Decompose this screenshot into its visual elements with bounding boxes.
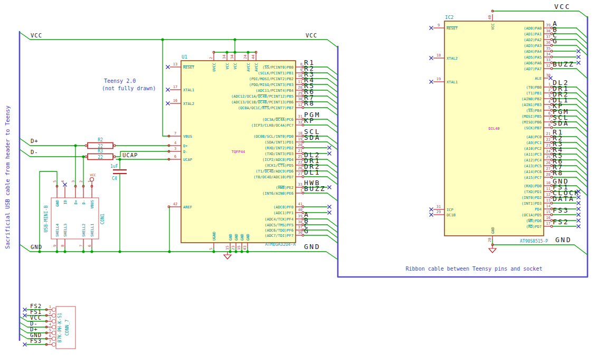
con1-reference: CON1 bbox=[100, 214, 105, 224]
pin-number: 31 bbox=[437, 205, 441, 209]
pin-number: 6 bbox=[174, 155, 176, 159]
pin-number: 10 bbox=[546, 181, 551, 185]
pin-name: SHELL4 bbox=[55, 224, 60, 237]
pin-name: GND bbox=[491, 227, 495, 234]
pin-number: 9 bbox=[53, 245, 57, 247]
pin-name: (OC1A)PD5 bbox=[522, 213, 542, 217]
pin-number: 29 bbox=[298, 91, 302, 95]
pin-number: 33 bbox=[298, 183, 302, 187]
vcc-symbol-label: VCC bbox=[90, 173, 96, 177]
pin-name: (A8)PC0 bbox=[526, 135, 542, 139]
pin-name: XTAL1 bbox=[447, 80, 458, 84]
ribbon-note: Ribbon cable between Teensy pins and soc… bbox=[406, 266, 543, 272]
net-label: FS2 bbox=[553, 218, 569, 226]
pin-number: 19 bbox=[298, 137, 302, 141]
pin-number: 37 bbox=[298, 225, 302, 229]
schematic-canvas: U1ATMEGA32U4-ATQFP4413RESET17XTAL116XTAL… bbox=[0, 0, 597, 364]
pin-name: (RXD/INT2)PD2 bbox=[264, 146, 293, 150]
pin-number: 4 bbox=[61, 180, 65, 183]
pin-name: GND bbox=[240, 234, 244, 241]
pin-number: 3 bbox=[548, 94, 551, 98]
pin-name: AVCC bbox=[254, 63, 259, 72]
pin-number: 7 bbox=[49, 340, 51, 344]
pin-number: 34 bbox=[230, 55, 234, 59]
pin-number: 4 bbox=[548, 100, 551, 104]
net-label: BUZZ bbox=[553, 60, 574, 68]
net-label: VCC bbox=[554, 3, 571, 11]
pin-name: GND bbox=[229, 234, 233, 241]
pin-end-ring bbox=[551, 50, 553, 52]
junction-dot bbox=[118, 250, 121, 253]
bus-entry-wire bbox=[576, 137, 587, 147]
pin-name: (A14)PC6 bbox=[524, 170, 542, 174]
pin-name: (AIN0)PB2 bbox=[522, 97, 542, 101]
pin-number: 18 bbox=[298, 131, 302, 136]
ic2-value: AT90S8515-P bbox=[520, 239, 548, 244]
wire bbox=[492, 11, 587, 17]
teensy-note: Teensy 2.0 bbox=[104, 78, 136, 84]
pin-name: (AD3)PA3 bbox=[524, 44, 542, 48]
pin-number: 32 bbox=[298, 120, 302, 124]
pin-number: 38 bbox=[546, 29, 551, 33]
pin-number: 11 bbox=[546, 187, 551, 191]
net-label: BUZZ bbox=[304, 185, 326, 193]
bus-entry-wire bbox=[576, 128, 587, 138]
junction-dot bbox=[118, 158, 121, 160]
pin-name: (AD2)PA2 bbox=[524, 38, 542, 42]
bus-entry-wire bbox=[576, 148, 587, 158]
pin-number: 16 bbox=[546, 216, 551, 220]
pin-number: 7 bbox=[79, 245, 83, 247]
pin-number: 23 bbox=[231, 246, 235, 250]
r2-value: 22 bbox=[98, 144, 103, 149]
pin-number: 42 bbox=[173, 202, 177, 206]
net-label: UCAP bbox=[122, 152, 138, 158]
pin-number: 9 bbox=[438, 23, 440, 27]
pin-name: (HWB)PE2 bbox=[276, 186, 293, 190]
pin-number: 1 bbox=[548, 82, 551, 87]
pin-number: 3 bbox=[174, 147, 176, 151]
pin-number: 25 bbox=[298, 155, 302, 159]
pin-name: (ADC1)PF1 bbox=[273, 211, 293, 215]
pin-name: (ADC11/PCINT4)PB4 bbox=[255, 89, 293, 93]
c4-reference: C4 bbox=[112, 176, 117, 181]
conn7-pin-circle bbox=[52, 325, 56, 329]
schematic-svg: U1ATMEGA32U4-ATQFP4413RESET17XTAL116XTAL… bbox=[0, 0, 597, 364]
pin-name: D+ bbox=[183, 144, 187, 148]
pin-number: 24 bbox=[546, 149, 551, 154]
pin-name: (A10)PC2 bbox=[524, 147, 542, 151]
pin-name: (AD6)PA6 bbox=[524, 61, 542, 65]
pin-number: 2 bbox=[209, 57, 213, 59]
con1-value: USB-MINI-B bbox=[43, 205, 49, 232]
pin-number: 17 bbox=[546, 222, 551, 226]
net-label: R8 bbox=[553, 169, 564, 177]
bus-entry-wire bbox=[576, 110, 587, 120]
bus-entry-wire bbox=[327, 193, 338, 201]
pin-number: 2 bbox=[79, 180, 83, 183]
pin-number: 12 bbox=[546, 193, 551, 197]
pin-number: 14 bbox=[546, 204, 551, 208]
junction-dot bbox=[74, 144, 77, 147]
pin-end-ring bbox=[85, 156, 87, 158]
pin-number: 41 bbox=[298, 202, 302, 206]
pin-number: 8 bbox=[61, 245, 65, 247]
net-label: SDA bbox=[304, 133, 320, 141]
pin-name: (T1)PB1 bbox=[526, 91, 542, 95]
pin-number: 10 bbox=[298, 74, 302, 78]
pin-name: (SS)PB4 bbox=[526, 109, 542, 113]
pin-number: 22 bbox=[298, 160, 302, 165]
pin-number: 13 bbox=[546, 198, 551, 203]
pin-name: (MOSI)PB5 bbox=[522, 114, 542, 119]
pin-number: 17 bbox=[173, 85, 177, 89]
pin-number: 27 bbox=[546, 167, 551, 171]
net-label: GND bbox=[555, 236, 572, 244]
pin-number: 28 bbox=[546, 173, 551, 177]
bus-entry-wire bbox=[576, 171, 587, 181]
pin-number: 26 bbox=[298, 166, 302, 170]
pin-name: XTAL2 bbox=[183, 102, 194, 106]
pin-name: (A11)PC3 bbox=[524, 152, 542, 157]
pin-number: 1 bbox=[300, 188, 302, 193]
pin-number: 27 bbox=[298, 172, 302, 176]
pin-end-ring bbox=[113, 156, 116, 158]
pin-number: 31 bbox=[298, 114, 302, 119]
conn7-pin-circle bbox=[52, 331, 56, 335]
